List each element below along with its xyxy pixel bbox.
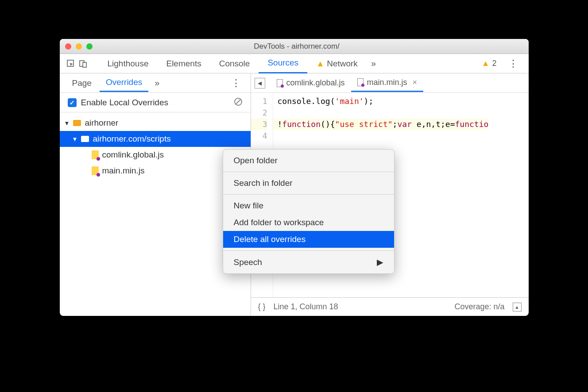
separator [223,250,394,251]
file-icon [357,78,364,86]
more-tabs-icon[interactable]: » [367,58,380,69]
context-menu: Open folder Search in folder New file Ad… [223,149,395,274]
warning-icon: ▲ [316,59,325,68]
devtools-window: DevTools - airhorner.com/ Lighthouse Ele… [60,39,529,316]
ctx-speech[interactable]: Speech ▶ [223,254,394,271]
tree-folder-root[interactable]: ▼ airhorner [60,115,251,131]
svg-rect-2 [83,62,86,67]
main-toolbar: Lighthouse Elements Console Sources ▲ Ne… [60,54,529,73]
overrides-options: ✓ Enable Local Overrides [60,93,251,112]
tab-network[interactable]: ▲ Network [307,54,367,73]
ctx-new-file[interactable]: New file [223,197,394,214]
clear-icon[interactable] [234,97,243,108]
enable-overrides-label: Enable Local Overrides [81,98,169,108]
submenu-arrow-icon: ▶ [377,257,383,267]
collapse-icon[interactable]: ▲ [513,303,522,311]
tab-elements[interactable]: Elements [157,54,210,73]
settings-menu-icon[interactable]: ⋮ [504,58,522,69]
editor-tabs: ◀ comlink.global.js main.min.js × [251,73,529,93]
navigate-back-icon[interactable]: ◀ [255,78,265,88]
coverage-label: Coverage: n/a [454,302,504,311]
error-counter[interactable]: ▲ 2 [477,59,501,68]
titlebar: DevTools - airhorner.com/ [60,39,529,54]
separator [223,194,394,195]
ctx-search-folder[interactable]: Search in folder [223,175,394,192]
folder-icon [73,120,81,126]
svg-line-4 [236,99,241,104]
file-tree: ▼ airhorner ▼ airhorner.com/scripts coml… [60,112,251,316]
tab-lighthouse[interactable]: Lighthouse [99,54,158,73]
folder-icon [81,136,89,142]
warning-icon: ▲ [482,59,490,68]
js-file-icon [92,150,99,159]
js-file-icon [92,166,99,175]
editor-tab[interactable]: main.min.js × [351,74,424,92]
chevron-down-icon: ▼ [64,120,70,127]
tree-folder-scripts[interactable]: ▼ airhorner.com/scripts [60,131,251,147]
sidebar-tabs: Page Overrides » ⋮ [60,73,251,93]
ctx-open-folder[interactable]: Open folder [223,152,394,169]
file-icon [277,79,283,87]
chevron-down-icon: ▼ [72,136,78,142]
format-icon[interactable]: { } [258,302,266,311]
window-title: DevTools - airhorner.com/ [70,42,523,51]
close-tab-icon[interactable]: × [413,78,418,87]
sidebar-menu-icon[interactable]: ⋮ [228,77,244,89]
sidebar-tab-overrides[interactable]: Overrides [100,74,148,92]
ctx-add-workspace[interactable]: Add folder to workspace [223,214,394,231]
sources-sidebar: Page Overrides » ⋮ ✓ Enable Local Overri… [60,73,251,316]
tree-file[interactable]: main.min.js [60,163,251,179]
enable-overrides-checkbox[interactable]: ✓ [68,98,77,107]
sidebar-more-tabs-icon[interactable]: » [150,78,164,88]
device-toolbar-icon[interactable] [78,59,88,69]
cursor-position: Line 1, Column 18 [274,302,338,311]
inspect-element-icon[interactable] [66,59,76,69]
editor-tab[interactable]: comlink.global.js [271,75,351,91]
sidebar-tab-page[interactable]: Page [66,75,98,92]
panel-tabs: Lighthouse Elements Console Sources ▲ Ne… [99,54,475,73]
ctx-delete-overrides[interactable]: Delete all overrides [223,231,394,248]
tab-sources[interactable]: Sources [259,54,307,73]
tab-console[interactable]: Console [210,54,259,73]
editor-statusbar: { } Line 1, Column 18 Coverage: n/a ▲ [251,297,529,316]
separator [223,172,394,172]
tree-file[interactable]: comlink.global.js [60,147,251,163]
